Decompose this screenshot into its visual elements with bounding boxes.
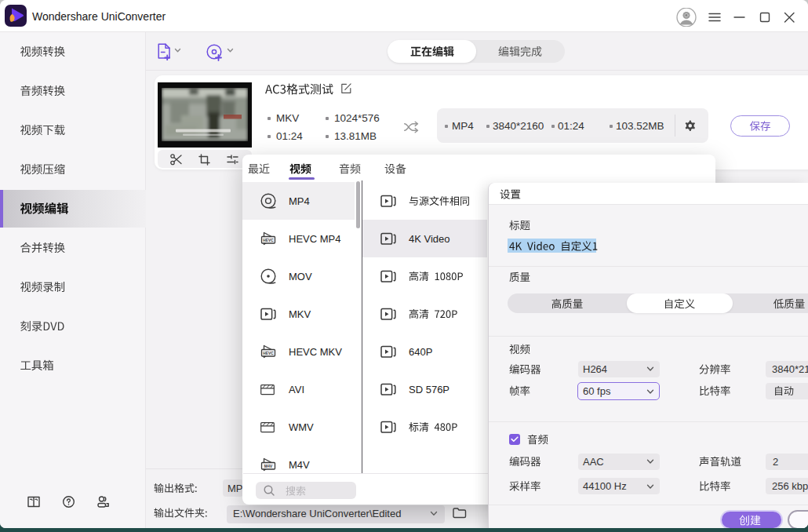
svg-text:HEVC: HEVC <box>263 239 274 242</box>
svg-text:HEVC: HEVC <box>263 352 274 355</box>
svg-text:M4V: M4V <box>264 464 273 468</box>
